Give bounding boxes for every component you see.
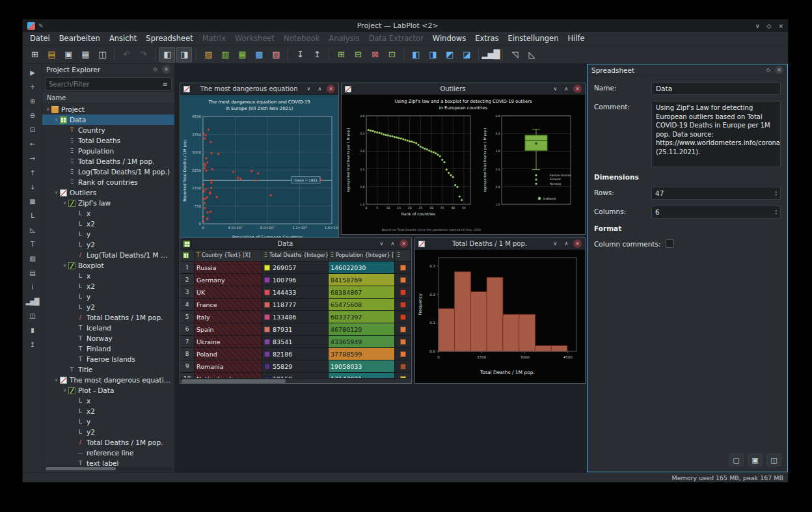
tree-item-title[interactable]: TTitle bbox=[42, 364, 174, 375]
spinner-arrows-icon[interactable]: ▴▾ bbox=[775, 190, 777, 196]
outliers-worksheet[interactable]: Using Zipf's law and a boxplot for detec… bbox=[342, 95, 585, 234]
save-project-icon[interactable]: ▣ bbox=[61, 47, 76, 62]
tree-item-total-deaths[interactable]: ΞTotal Deaths bbox=[42, 135, 174, 146]
filter-icon[interactable]: ≡ bbox=[163, 81, 168, 88]
cell-country[interactable]: UK bbox=[195, 286, 262, 299]
tree-item-x2[interactable]: Lx2 bbox=[42, 406, 174, 416]
cell-extra[interactable] bbox=[395, 274, 411, 286]
cell-population[interactable]: 46780120 bbox=[329, 323, 395, 336]
maximize-icon[interactable]: ∧ bbox=[316, 85, 324, 93]
insert-column-left-icon[interactable]: ◧ bbox=[408, 47, 424, 62]
row-number-cell[interactable]: 5 bbox=[180, 311, 195, 323]
new-workbook-icon[interactable]: ▥ bbox=[217, 47, 233, 62]
clear-columns-icon[interactable]: ◪ bbox=[459, 47, 474, 62]
cell-population[interactable]: 19058033 bbox=[329, 360, 395, 373]
menu-windows[interactable]: Windows bbox=[428, 33, 470, 44]
titlebar[interactable]: ✎ Project — LabPlot <2> ∨ ◇ × bbox=[23, 20, 788, 32]
cell-population[interactable]: 65475608 bbox=[329, 299, 395, 311]
row-number-cell[interactable]: 7 bbox=[180, 336, 195, 348]
add-curve-tool-icon[interactable]: ◺ bbox=[25, 224, 40, 236]
add-barplot-tool-icon[interactable]: ▮ bbox=[25, 324, 40, 336]
menu-spreadsheet[interactable]: Spreadsheet bbox=[141, 33, 197, 44]
tree-item-faeroe-islands[interactable]: TFaeroe Islands bbox=[42, 354, 174, 364]
remove-columns-icon[interactable]: ◩ bbox=[442, 47, 457, 62]
float-dock-icon[interactable]: ◇ bbox=[151, 65, 159, 74]
cell-population[interactable]: 37788599 bbox=[329, 348, 395, 360]
maximize-icon[interactable]: ∧ bbox=[388, 239, 397, 248]
clear-rows-icon[interactable]: ⊡ bbox=[384, 47, 399, 62]
expander-icon[interactable]: ∨ bbox=[53, 190, 60, 195]
insert-column-right-icon[interactable]: ◨ bbox=[425, 47, 440, 62]
new-worksheet-icon[interactable]: ▨ bbox=[268, 47, 284, 62]
explorer-horizontal-scrollbar[interactable] bbox=[44, 466, 172, 471]
insert-row-above-icon[interactable]: ⊞ bbox=[333, 47, 349, 62]
column-header-extra[interactable]: Ξ bbox=[395, 250, 411, 262]
sort-descending-icon[interactable]: ◺ bbox=[524, 47, 539, 62]
cell-total-deaths[interactable]: 87931 bbox=[262, 323, 329, 336]
expander-icon[interactable]: ∨ bbox=[61, 388, 68, 393]
cell-extra[interactable] bbox=[395, 348, 411, 360]
cell-total-deaths[interactable]: 82186 bbox=[262, 348, 329, 360]
row-number-cell[interactable]: 1 bbox=[180, 262, 195, 274]
add-legend-tool-icon[interactable]: ▤ bbox=[25, 267, 40, 279]
cell-total-deaths[interactable]: 100796 bbox=[262, 274, 329, 286]
mdi-titlebar[interactable]: Total Deaths / 1 M pop. ∨ ∧ × bbox=[415, 238, 585, 250]
tree-item-x[interactable]: Lx bbox=[42, 271, 174, 281]
tree-item-total-deaths-1m-pop[interactable]: /Total Deaths / 1M pop. bbox=[42, 312, 174, 323]
close-dock-icon[interactable]: × bbox=[775, 66, 783, 74]
tree-item-y2[interactable]: Ly2 bbox=[42, 302, 174, 312]
tree-item-finland[interactable]: TFinland bbox=[42, 344, 174, 354]
dangerous-equation-worksheet[interactable]: 04.0×10⁷8.0×10⁷1.2×10⁸1.6×10⁸07501500225… bbox=[180, 95, 338, 243]
tree-item-log-total-deaths-1-m-pop[interactable]: ΞLog(Total Deaths/1 M pop.) bbox=[42, 167, 174, 177]
menu-bearbeiten[interactable]: Bearbeiten bbox=[55, 33, 105, 44]
cell-country[interactable]: Poland bbox=[195, 348, 262, 360]
close-icon[interactable]: × bbox=[399, 239, 408, 248]
tree-item-boxplot[interactable]: ∨Boxplot bbox=[42, 260, 174, 271]
tree-item-country[interactable]: TCountry bbox=[42, 125, 174, 135]
cell-extra[interactable] bbox=[395, 360, 411, 373]
add-plot-tool-icon[interactable]: ▦ bbox=[25, 195, 40, 208]
cell-population[interactable]: 43365949 bbox=[329, 336, 395, 348]
row-number-cell[interactable]: 3 bbox=[180, 286, 195, 299]
cell-country[interactable]: Romania bbox=[195, 360, 262, 373]
cell-country[interactable]: Russia bbox=[195, 262, 262, 274]
column-header-total-deaths-integer-y[interactable]: ΞTotal Deaths {Integer} [Y] bbox=[262, 250, 329, 262]
tree-item-plot-data[interactable]: ∨Plot - Data bbox=[42, 385, 174, 396]
table-corner-cell[interactable] bbox=[180, 250, 195, 262]
tree-item-iceland[interactable]: TIceland bbox=[42, 323, 174, 333]
navigate-tool-icon[interactable]: ▶ bbox=[25, 66, 40, 79]
maximize-icon[interactable]: ∧ bbox=[562, 85, 571, 93]
row-number-cell[interactable]: 8 bbox=[180, 348, 195, 360]
cursor-tool-icon[interactable]: + bbox=[25, 81, 40, 93]
zoom-fit-tool-icon[interactable]: ⊡ bbox=[25, 124, 40, 136]
shade-icon[interactable]: ∨ bbox=[377, 239, 386, 248]
save-template-button[interactable]: ▣ bbox=[748, 453, 763, 466]
mdi-titlebar[interactable]: Outliers ∨ ∧ × bbox=[342, 83, 585, 95]
export-view-tool-icon[interactable]: ↥ bbox=[25, 338, 40, 351]
shift-right-tool-icon[interactable]: → bbox=[25, 152, 40, 165]
minimize-button[interactable]: ∨ bbox=[755, 23, 760, 29]
histogram-worksheet[interactable]: 01500300045000.00.10.20.3Total Deaths / … bbox=[415, 250, 585, 383]
new-matrix-icon[interactable]: ▩ bbox=[251, 47, 267, 62]
menu-hilfe[interactable]: Hilfe bbox=[563, 33, 589, 44]
tree-item-zipf-s-law[interactable]: ∨Zipf's law bbox=[42, 198, 174, 208]
new-folder-icon[interactable]: ▧ bbox=[200, 47, 216, 62]
cell-country[interactable]: Spain bbox=[195, 323, 262, 336]
close-button[interactable]: × bbox=[778, 23, 783, 29]
tree-item-y[interactable]: Ly bbox=[42, 291, 174, 302]
column-header-country-text-x[interactable]: TCountry {Text} [X] bbox=[195, 250, 262, 262]
tree-item-project[interactable]: ∨Project bbox=[42, 104, 174, 115]
save-default-button[interactable]: ◫ bbox=[766, 453, 781, 466]
row-number-cell[interactable]: 2 bbox=[180, 274, 195, 286]
tree-item-data[interactable]: ∨Data bbox=[42, 115, 174, 125]
comment-field[interactable]: Using Zipf's Law for detecting European … bbox=[651, 101, 781, 167]
cell-extra[interactable] bbox=[395, 262, 411, 274]
cell-total-deaths[interactable]: 269057 bbox=[262, 262, 329, 274]
cell-country[interactable]: France bbox=[195, 299, 262, 311]
tree-item-y2[interactable]: Ly2 bbox=[42, 427, 174, 437]
cell-extra[interactable] bbox=[395, 323, 411, 336]
mdi-titlebar[interactable]: The most dangerous equation ∨ ∧ × bbox=[180, 83, 338, 95]
remove-rows-icon[interactable]: ⊠ bbox=[367, 47, 383, 62]
tree-item-rank-of-countries[interactable]: ΞRank of countries bbox=[42, 177, 174, 187]
close-icon[interactable]: × bbox=[573, 85, 582, 93]
